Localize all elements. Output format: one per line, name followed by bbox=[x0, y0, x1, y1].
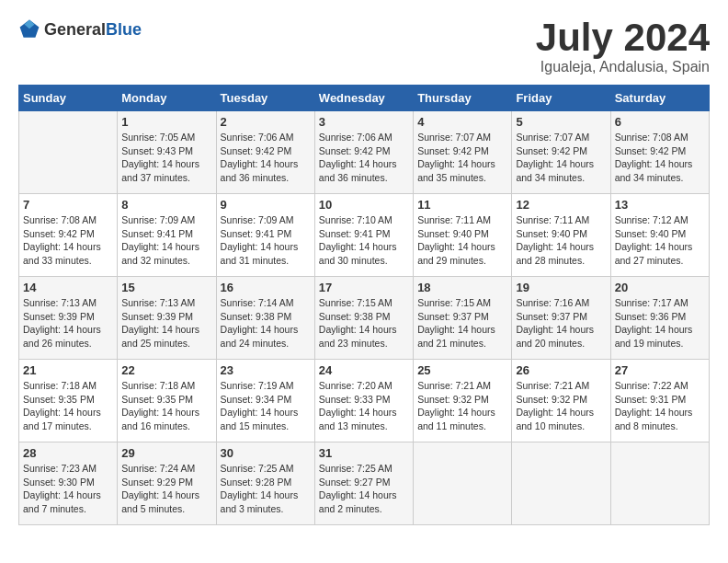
day-info: Sunrise: 7:11 AM Sunset: 9:40 PM Dayligh… bbox=[417, 213, 507, 268]
logo-general: General bbox=[44, 20, 106, 39]
day-info: Sunrise: 7:07 AM Sunset: 9:42 PM Dayligh… bbox=[516, 131, 606, 185]
day-info: Sunrise: 7:15 AM Sunset: 9:38 PM Dayligh… bbox=[319, 296, 409, 350]
day-info: Sunrise: 7:06 AM Sunset: 9:42 PM Dayligh… bbox=[319, 131, 409, 185]
calendar-cell: 6Sunrise: 7:08 AM Sunset: 9:42 PM Daylig… bbox=[610, 111, 709, 194]
day-number: 5 bbox=[516, 115, 606, 129]
calendar-cell: 24Sunrise: 7:20 AM Sunset: 9:33 PM Dayli… bbox=[314, 360, 413, 442]
day-info: Sunrise: 7:16 AM Sunset: 9:37 PM Dayligh… bbox=[516, 296, 606, 350]
day-number: 19 bbox=[516, 281, 606, 294]
day-info: Sunrise: 7:13 AM Sunset: 9:39 PM Dayligh… bbox=[121, 296, 211, 350]
day-info: Sunrise: 7:25 AM Sunset: 9:27 PM Dayligh… bbox=[319, 462, 409, 516]
day-number: 24 bbox=[319, 363, 409, 377]
calendar-cell: 13Sunrise: 7:12 AM Sunset: 9:40 PM Dayli… bbox=[610, 194, 709, 277]
calendar-cell: 12Sunrise: 7:11 AM Sunset: 9:40 PM Dayli… bbox=[512, 194, 610, 277]
day-number: 30 bbox=[221, 446, 311, 460]
day-info: Sunrise: 7:24 AM Sunset: 9:29 PM Dayligh… bbox=[121, 462, 211, 516]
day-number: 31 bbox=[319, 446, 409, 460]
day-number: 9 bbox=[221, 198, 311, 212]
calendar-cell bbox=[610, 442, 709, 525]
day-info: Sunrise: 7:22 AM Sunset: 9:31 PM Dayligh… bbox=[615, 379, 705, 433]
day-info: Sunrise: 7:25 AM Sunset: 9:28 PM Dayligh… bbox=[221, 462, 311, 516]
day-header: Wednesday bbox=[314, 86, 413, 111]
day-header: Tuesday bbox=[216, 86, 314, 111]
calendar-week-row: 7Sunrise: 7:08 AM Sunset: 9:42 PM Daylig… bbox=[19, 194, 710, 277]
calendar-week-row: 28Sunrise: 7:23 AM Sunset: 9:30 PM Dayli… bbox=[19, 442, 710, 525]
calendar-cell: 18Sunrise: 7:15 AM Sunset: 9:37 PM Dayli… bbox=[414, 277, 512, 360]
day-number: 13 bbox=[615, 198, 705, 212]
calendar-cell: 8Sunrise: 7:09 AM Sunset: 9:41 PM Daylig… bbox=[118, 194, 216, 277]
day-number: 28 bbox=[23, 446, 113, 460]
day-number: 26 bbox=[516, 363, 606, 377]
day-number: 29 bbox=[121, 446, 211, 460]
day-info: Sunrise: 7:21 AM Sunset: 9:32 PM Dayligh… bbox=[516, 379, 606, 433]
day-number: 1 bbox=[121, 115, 211, 129]
location-subtitle: Igualeja, Andalusia, Spain bbox=[536, 59, 710, 75]
calendar-week-row: 14Sunrise: 7:13 AM Sunset: 9:39 PM Dayli… bbox=[19, 277, 710, 360]
day-number: 22 bbox=[121, 363, 211, 377]
day-header: Thursday bbox=[414, 86, 512, 111]
day-info: Sunrise: 7:10 AM Sunset: 9:41 PM Dayligh… bbox=[319, 213, 409, 268]
day-header: Sunday bbox=[19, 86, 118, 111]
day-number: 14 bbox=[23, 281, 113, 294]
calendar-cell: 28Sunrise: 7:23 AM Sunset: 9:30 PM Dayli… bbox=[19, 442, 118, 525]
day-number: 27 bbox=[615, 363, 705, 377]
day-info: Sunrise: 7:08 AM Sunset: 9:42 PM Dayligh… bbox=[23, 213, 113, 268]
day-header: Saturday bbox=[610, 86, 709, 111]
calendar-cell: 9Sunrise: 7:09 AM Sunset: 9:41 PM Daylig… bbox=[216, 194, 314, 277]
calendar-cell: 22Sunrise: 7:18 AM Sunset: 9:35 PM Dayli… bbox=[118, 360, 216, 442]
calendar-cell: 15Sunrise: 7:13 AM Sunset: 9:39 PM Dayli… bbox=[118, 277, 216, 360]
day-number: 4 bbox=[417, 115, 507, 129]
day-info: Sunrise: 7:11 AM Sunset: 9:40 PM Dayligh… bbox=[516, 213, 606, 268]
day-info: Sunrise: 7:18 AM Sunset: 9:35 PM Dayligh… bbox=[23, 379, 113, 433]
day-number: 11 bbox=[417, 198, 507, 212]
calendar-cell: 21Sunrise: 7:18 AM Sunset: 9:35 PM Dayli… bbox=[19, 360, 118, 442]
header: GeneralBlue July 2024 Igualeja, Andalusi… bbox=[18, 18, 710, 75]
day-info: Sunrise: 7:23 AM Sunset: 9:30 PM Dayligh… bbox=[23, 462, 113, 516]
calendar-cell bbox=[512, 442, 610, 525]
logo-icon bbox=[18, 18, 40, 40]
day-info: Sunrise: 7:19 AM Sunset: 9:34 PM Dayligh… bbox=[221, 379, 311, 433]
calendar-cell: 3Sunrise: 7:06 AM Sunset: 9:42 PM Daylig… bbox=[314, 111, 413, 194]
month-title: July 2024 bbox=[536, 18, 710, 57]
calendar-cell bbox=[19, 111, 118, 194]
calendar-cell: 4Sunrise: 7:07 AM Sunset: 9:42 PM Daylig… bbox=[414, 111, 512, 194]
calendar-week-row: 21Sunrise: 7:18 AM Sunset: 9:35 PM Dayli… bbox=[19, 360, 710, 442]
calendar-table: SundayMondayTuesdayWednesdayThursdayFrid… bbox=[18, 85, 710, 525]
day-info: Sunrise: 7:14 AM Sunset: 9:38 PM Dayligh… bbox=[221, 296, 311, 350]
day-number: 8 bbox=[121, 198, 211, 212]
day-header: Friday bbox=[512, 86, 610, 111]
day-header: Monday bbox=[118, 86, 216, 111]
title-area: July 2024 Igualeja, Andalusia, Spain bbox=[536, 18, 710, 75]
day-number: 3 bbox=[319, 115, 409, 129]
day-number: 12 bbox=[516, 198, 606, 212]
day-number: 15 bbox=[121, 281, 211, 294]
day-info: Sunrise: 7:13 AM Sunset: 9:39 PM Dayligh… bbox=[23, 296, 113, 350]
day-info: Sunrise: 7:06 AM Sunset: 9:42 PM Dayligh… bbox=[221, 131, 311, 185]
day-info: Sunrise: 7:05 AM Sunset: 9:43 PM Dayligh… bbox=[121, 131, 211, 185]
day-number: 18 bbox=[417, 281, 507, 294]
calendar-cell: 1Sunrise: 7:05 AM Sunset: 9:43 PM Daylig… bbox=[118, 111, 216, 194]
logo-blue: Blue bbox=[106, 20, 142, 39]
day-info: Sunrise: 7:20 AM Sunset: 9:33 PM Dayligh… bbox=[319, 379, 409, 433]
day-info: Sunrise: 7:15 AM Sunset: 9:37 PM Dayligh… bbox=[417, 296, 507, 350]
calendar-cell: 19Sunrise: 7:16 AM Sunset: 9:37 PM Dayli… bbox=[512, 277, 610, 360]
calendar-week-row: 1Sunrise: 7:05 AM Sunset: 9:43 PM Daylig… bbox=[19, 111, 710, 194]
calendar-cell: 20Sunrise: 7:17 AM Sunset: 9:36 PM Dayli… bbox=[610, 277, 709, 360]
header-row: SundayMondayTuesdayWednesdayThursdayFrid… bbox=[19, 86, 710, 111]
calendar-cell: 2Sunrise: 7:06 AM Sunset: 9:42 PM Daylig… bbox=[216, 111, 314, 194]
calendar-cell: 10Sunrise: 7:10 AM Sunset: 9:41 PM Dayli… bbox=[314, 194, 413, 277]
day-number: 20 bbox=[615, 281, 705, 294]
day-number: 10 bbox=[319, 198, 409, 212]
day-number: 23 bbox=[221, 363, 311, 377]
day-number: 21 bbox=[23, 363, 113, 377]
calendar-cell: 30Sunrise: 7:25 AM Sunset: 9:28 PM Dayli… bbox=[216, 442, 314, 525]
calendar-cell: 14Sunrise: 7:13 AM Sunset: 9:39 PM Dayli… bbox=[19, 277, 118, 360]
calendar-cell: 7Sunrise: 7:08 AM Sunset: 9:42 PM Daylig… bbox=[19, 194, 118, 277]
calendar-cell: 27Sunrise: 7:22 AM Sunset: 9:31 PM Dayli… bbox=[610, 360, 709, 442]
calendar-cell bbox=[414, 442, 512, 525]
day-info: Sunrise: 7:09 AM Sunset: 9:41 PM Dayligh… bbox=[221, 213, 311, 268]
day-info: Sunrise: 7:07 AM Sunset: 9:42 PM Dayligh… bbox=[417, 131, 507, 185]
day-number: 17 bbox=[319, 281, 409, 294]
day-info: Sunrise: 7:08 AM Sunset: 9:42 PM Dayligh… bbox=[615, 131, 705, 185]
day-info: Sunrise: 7:09 AM Sunset: 9:41 PM Dayligh… bbox=[121, 213, 211, 268]
